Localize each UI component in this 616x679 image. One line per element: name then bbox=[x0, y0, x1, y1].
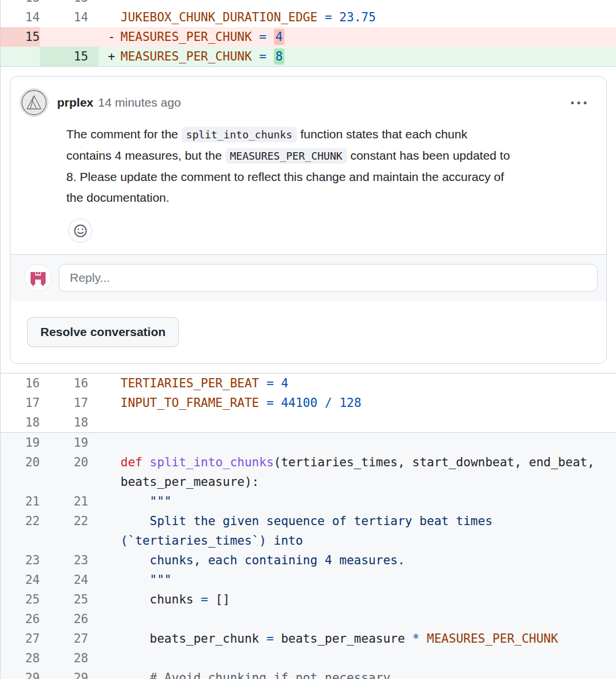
code-token bbox=[419, 632, 427, 646]
comment-header: prplex 14 minutes ago bbox=[20, 88, 588, 117]
line-number-new[interactable]: 27 bbox=[40, 629, 99, 648]
code-token: """ bbox=[121, 573, 172, 587]
line-number-old[interactable]: 19 bbox=[1, 433, 40, 452]
code-line: def split_into_chunks(tertiaries_times, … bbox=[121, 452, 616, 492]
line-number-new[interactable]: 15 bbox=[40, 47, 99, 66]
line-number-new[interactable]: 21 bbox=[40, 492, 99, 511]
code-token bbox=[252, 50, 260, 63]
line-number-new[interactable]: 17 bbox=[40, 393, 99, 413]
line-number-new[interactable]: 28 bbox=[40, 648, 99, 668]
code-line: chunks, each containing 4 measures. bbox=[121, 550, 616, 570]
comment-timestamp[interactable]: 14 minutes ago bbox=[98, 96, 181, 110]
line-number-old[interactable]: 23 bbox=[1, 550, 40, 570]
code-token bbox=[259, 396, 266, 410]
comment-text: the documentation. bbox=[66, 191, 170, 204]
line-number-new[interactable]: 26 bbox=[40, 609, 99, 629]
line-number-new[interactable]: 24 bbox=[40, 570, 99, 590]
reply-row bbox=[10, 254, 606, 301]
line-number-old[interactable]: 29 bbox=[1, 668, 40, 679]
diff-row: 2323 chunks, each containing 4 measures. bbox=[1, 550, 616, 570]
line-number-new[interactable]: 19 bbox=[40, 433, 99, 452]
line-number-old[interactable]: 25 bbox=[1, 590, 40, 609]
add-reaction-button[interactable] bbox=[68, 218, 92, 243]
diff-row: 2020def split_into_chunks(tertiaries_tim… bbox=[1, 452, 616, 492]
line-number-old[interactable]: 28 bbox=[1, 648, 40, 668]
line-number-old[interactable]: 21 bbox=[1, 492, 40, 511]
code-token: 4 bbox=[281, 376, 288, 390]
author-avatar[interactable] bbox=[20, 88, 48, 117]
code-token bbox=[274, 396, 281, 410]
line-number-old[interactable]: 18 bbox=[1, 413, 40, 432]
code-token: # Avoid chunking if not necessary. bbox=[121, 671, 397, 679]
line-number-new[interactable]: 22 bbox=[40, 511, 99, 531]
line-number-new[interactable]: 29 bbox=[40, 668, 99, 679]
line-number-new[interactable]: 16 bbox=[40, 374, 99, 393]
code-token: split_into_chunks bbox=[150, 455, 274, 469]
code-token: JUKEBOX_CHUNK_DURATION_EDGE bbox=[121, 10, 317, 24]
code-token: 128 bbox=[339, 396, 361, 410]
code-line: Split the given sequence of tertiary bea… bbox=[121, 511, 616, 550]
code-token bbox=[266, 50, 274, 63]
code-token: = bbox=[259, 30, 266, 44]
code-token bbox=[274, 376, 281, 390]
diff-row: 1616TERTIARIES_PER_BEAT = 4 bbox=[1, 374, 616, 393]
smiley-icon bbox=[73, 224, 88, 238]
code-token: MEASURES_PER_CHUNK bbox=[121, 30, 252, 44]
code-token bbox=[317, 396, 325, 410]
code-token: beats_per_measure bbox=[274, 632, 412, 646]
code-line: MEASURES_PER_CHUNK = 4 bbox=[121, 27, 616, 47]
code-line: chunks = [] bbox=[121, 590, 616, 609]
line-number-old[interactable]: 22 bbox=[1, 511, 40, 531]
review-thread: prplex 14 minutes ago The comment for th… bbox=[1, 66, 616, 374]
line-number-old[interactable]: 26 bbox=[1, 609, 40, 629]
inline-code: split_into_chunks bbox=[182, 127, 297, 142]
line-number-new[interactable]: 18 bbox=[40, 413, 99, 432]
line-number-new[interactable]: 14 bbox=[40, 7, 99, 27]
comment-text: 8. Please update the comment to reflect … bbox=[66, 170, 504, 183]
code-line: INPUT_TO_FRAME_RATE = 44100 / 128 bbox=[121, 393, 616, 413]
diff-row: 1919 bbox=[1, 433, 616, 452]
code-token: beats_per_chunk bbox=[121, 632, 266, 646]
diff-sign: - bbox=[99, 27, 121, 47]
comment-text: constant has been updated to bbox=[347, 149, 510, 162]
comment-meta: prplex 14 minutes ago bbox=[57, 96, 181, 110]
code-token: / bbox=[325, 396, 332, 410]
current-user-avatar[interactable] bbox=[24, 264, 52, 292]
line-number-new[interactable]: 13 bbox=[40, 0, 99, 7]
comment-main: prplex 14 minutes ago The comment for th… bbox=[10, 77, 606, 243]
line-number-old[interactable]: 15 bbox=[1, 27, 40, 47]
code-token: def bbox=[121, 455, 142, 469]
code-token: = bbox=[266, 396, 274, 410]
code-token: = bbox=[259, 50, 266, 63]
line-number-old[interactable]: 14 bbox=[1, 7, 40, 27]
code-token: INPUT_TO_FRAME_RATE bbox=[121, 396, 259, 410]
line-number-old[interactable]: 27 bbox=[1, 629, 40, 648]
code-token: 44100 bbox=[281, 396, 317, 410]
code-line: JUKEBOX_CHUNK_DURATION_EDGE = 23.75 bbox=[121, 7, 616, 27]
diff-row: 1313 bbox=[1, 0, 616, 7]
reaction-row bbox=[68, 218, 588, 243]
line-number-old[interactable]: 17 bbox=[1, 393, 40, 413]
comment-author[interactable]: prplex bbox=[57, 96, 93, 110]
diff-hunk-tail: 19192020def split_into_chunks(tertiaries… bbox=[1, 432, 616, 679]
code-token: TERTIARIES_PER_BEAT bbox=[121, 376, 259, 390]
reply-input[interactable] bbox=[59, 264, 598, 292]
line-number-old[interactable]: 20 bbox=[1, 452, 40, 472]
line-number-new[interactable]: 23 bbox=[40, 550, 99, 570]
kebab-menu-icon[interactable] bbox=[570, 98, 588, 108]
resolve-conversation-button[interactable]: Resolve conversation bbox=[27, 317, 179, 347]
line-number-old[interactable]: 16 bbox=[1, 374, 40, 393]
comment-card: prplex 14 minutes ago The comment for th… bbox=[10, 76, 607, 364]
code-token: = bbox=[201, 593, 208, 606]
line-number-new[interactable]: 25 bbox=[40, 590, 99, 609]
line-number-new[interactable]: 20 bbox=[40, 452, 99, 472]
line-number-old[interactable]: 24 bbox=[1, 570, 40, 590]
line-number-old[interactable]: 13 bbox=[1, 0, 40, 7]
code-token: 23.75 bbox=[339, 10, 375, 24]
code-token: = bbox=[266, 632, 274, 646]
code-token: """ bbox=[121, 495, 172, 508]
diff-row: 2626 bbox=[1, 609, 616, 629]
diff-hunk-top: 13131414JUKEBOX_CHUNK_DURATION_EDGE = 23… bbox=[1, 0, 616, 66]
code-token: * bbox=[412, 632, 420, 646]
code-token: MEASURES_PER_CHUNK bbox=[121, 50, 252, 63]
